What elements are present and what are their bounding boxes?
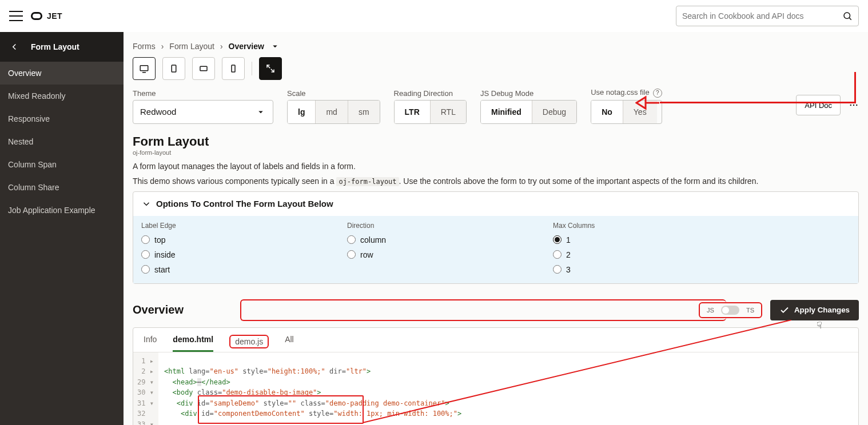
svg-point-3: [853, 105, 854, 106]
scale-label: Scale: [287, 89, 380, 98]
options-header[interactable]: Options To Control The Form Layout Below: [133, 192, 858, 216]
radio-label-top[interactable]: top: [141, 235, 313, 244]
sidebar-item-responsive[interactable]: Responsive: [0, 107, 124, 130]
sidebar-item-nested[interactable]: Nested: [0, 130, 124, 153]
scale-seg: lg md sm: [287, 100, 380, 124]
tab-demo-js[interactable]: demo.js: [229, 335, 269, 348]
brand-text: JET: [47, 11, 62, 21]
debug-seg: Minified Debug: [480, 100, 577, 124]
device-tablet-portrait[interactable]: [162, 57, 185, 80]
cursor-icon: ☟: [817, 320, 822, 331]
device-phone[interactable]: [222, 57, 245, 80]
device-tablet-landscape[interactable]: [192, 57, 215, 80]
brand[interactable]: JET: [31, 11, 62, 21]
device-desktop[interactable]: [133, 57, 156, 80]
svg-point-2: [850, 105, 851, 106]
sidebar-item-column-share[interactable]: Column Share: [0, 176, 124, 199]
search-input-wrap[interactable]: [676, 6, 859, 26]
sidebar-item-mixed-readonly[interactable]: Mixed Readonly: [0, 85, 124, 107]
svg-rect-7: [172, 65, 176, 72]
caret-down-icon[interactable]: [270, 41, 280, 51]
device-fullscreen[interactable]: [259, 57, 282, 80]
radio-dir-column[interactable]: column: [347, 235, 519, 244]
annotation-line: [854, 72, 856, 103]
topbar: JET: [0, 0, 868, 32]
theme-label: Theme: [133, 89, 273, 98]
annotation-line: [660, 102, 855, 103]
tab-demo-html[interactable]: demo.html: [173, 335, 213, 352]
scale-lg[interactable]: lg: [288, 101, 316, 123]
scale-sm[interactable]: sm: [348, 101, 380, 123]
breadcrumb-link[interactable]: Form Layout: [169, 42, 214, 51]
chevron-down-icon: [141, 199, 152, 209]
apply-changes-button[interactable]: Apply Changes: [770, 300, 859, 320]
dir-ltr[interactable]: LTR: [395, 101, 431, 123]
search-input[interactable]: [682, 11, 842, 21]
tab-all[interactable]: All: [285, 335, 294, 352]
page-title: Form Layout: [133, 134, 859, 149]
brand-logo-icon: [31, 12, 42, 20]
sidebar-item-job-application[interactable]: Job Application Example: [0, 199, 124, 222]
debug-debug[interactable]: Debug: [532, 101, 576, 123]
device-bar: [133, 57, 859, 80]
breadcrumb-link[interactable]: Forms: [133, 42, 156, 51]
annotation-arrow-icon: [635, 90, 660, 115]
breadcrumb-current[interactable]: Overview: [229, 42, 264, 51]
sidebar-title: Form Layout: [31, 42, 79, 51]
scale-control: Scale lg md sm: [287, 89, 380, 124]
description-1: A form layout manages the layout of labe…: [133, 162, 859, 171]
annotation-box: [240, 299, 726, 321]
dir-rtl[interactable]: RTL: [431, 101, 466, 123]
search-icon: [842, 11, 853, 21]
option-col-direction: Direction column row: [347, 222, 519, 274]
direction-seg: LTR RTL: [394, 100, 467, 124]
svg-line-10: [363, 320, 791, 423]
radio-label-start[interactable]: start: [141, 265, 313, 274]
notag-no[interactable]: No: [591, 101, 623, 123]
section-title: Overview: [133, 303, 184, 316]
svg-rect-8: [200, 66, 207, 71]
annotation-line: [363, 320, 791, 425]
svg-rect-5: [140, 66, 148, 71]
check-icon: [779, 305, 790, 315]
radio-dir-row[interactable]: row: [347, 250, 519, 259]
svg-point-4: [856, 105, 857, 106]
menu-icon[interactable]: [9, 11, 23, 21]
component-tag: oj-form-layout: [133, 149, 859, 156]
lang-ts: TS: [746, 307, 754, 314]
option-col-max-columns: Max Columns 1 2 3: [553, 222, 724, 274]
sidebar-item-overview[interactable]: Overview: [0, 62, 124, 85]
tab-info[interactable]: Info: [144, 335, 157, 352]
api-doc-button[interactable]: API Doc: [796, 95, 841, 115]
chevron-left-icon: [9, 42, 19, 52]
annotation-box: [198, 395, 364, 424]
debug-label: JS Debug Mode: [480, 89, 577, 98]
caret-down-icon: [256, 107, 266, 117]
scale-md[interactable]: md: [316, 101, 348, 123]
sidebar-header[interactable]: Form Layout: [0, 32, 124, 62]
options-panel: Options To Control The Form Layout Below…: [133, 191, 859, 284]
radio-max-3[interactable]: 3: [553, 265, 724, 274]
sidebar-item-column-span[interactable]: Column Span: [0, 153, 124, 176]
svg-rect-9: [232, 65, 235, 72]
direction-label: Reading Direction: [394, 89, 467, 98]
debug-control: JS Debug Mode Minified Debug: [480, 89, 577, 124]
top-right-actions: API Doc: [796, 95, 859, 115]
option-col-label-edge: Label Edge top inside start: [141, 222, 313, 274]
breadcrumb: Forms› Form Layout› Overview: [124, 32, 868, 57]
direction-control: Reading Direction LTR RTL: [394, 89, 467, 124]
radio-max-1[interactable]: 1: [553, 235, 724, 244]
svg-point-0: [844, 13, 850, 19]
svg-line-1: [849, 18, 851, 19]
debug-minified[interactable]: Minified: [481, 101, 532, 123]
theme-select[interactable]: Redwood: [133, 100, 273, 124]
radio-max-2[interactable]: 2: [553, 250, 724, 259]
description-2: This demo shows various components typic…: [133, 177, 859, 186]
sidebar: Form Layout Overview Mixed Readonly Resp…: [0, 32, 124, 425]
code-gutter: 1 ▸ 2 ▸29 ▾30 ▾31 ▾32 33 ▾34 ▾35 36: [133, 352, 158, 426]
theme-control: Theme Redwood: [133, 89, 273, 124]
radio-label-inside[interactable]: inside: [141, 250, 313, 259]
